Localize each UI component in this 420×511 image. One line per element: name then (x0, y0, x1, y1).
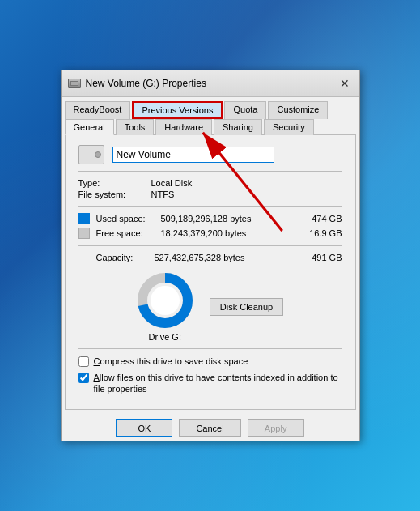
capacity-bytes: 527,432,675,328 bytes (155, 253, 298, 262)
tab-readyboost[interactable]: ReadyBoost (65, 101, 131, 119)
used-bytes: 509,189,296,128 bytes (161, 214, 291, 224)
tab-previous-versions[interactable]: Previous Versions (132, 101, 223, 119)
tab-customize[interactable]: Customize (268, 101, 328, 119)
free-color-box (78, 228, 90, 239)
index-label: Allow files on this drive to have conten… (94, 372, 342, 395)
drive-icon (68, 79, 81, 88)
compress-checkbox-row: Compress this drive to save disk space (78, 356, 342, 367)
volume-row (78, 145, 342, 164)
donut-section: Drive G: Disk Cleanup (78, 272, 342, 342)
drive-label: Drive G: (149, 332, 181, 342)
separator-3 (78, 245, 342, 246)
checkbox-section: Compress this drive to save disk space A… (78, 356, 342, 395)
capacity-row: Capacity: 527,432,675,328 bytes 491 GB (96, 253, 342, 262)
svg-point-2 (151, 286, 180, 315)
type-row: Type: Local Disk (78, 178, 342, 188)
separator-1 (78, 171, 342, 172)
capacity-gb: 491 GB (298, 253, 342, 262)
filesystem-label: File system: (78, 189, 151, 199)
tab-row-2: General Tools Hardware Sharing Security (65, 118, 356, 134)
properties-dialog: New Volume (G:) Properties ✕ ReadyBoost … (61, 70, 360, 442)
filesystem-value: NTFS (151, 189, 175, 199)
ok-button[interactable]: OK (116, 419, 172, 437)
hdd-icon (78, 145, 104, 164)
tab-quota[interactable]: Quota (224, 101, 266, 119)
cancel-button[interactable]: Cancel (179, 419, 240, 437)
separator-4 (78, 348, 342, 349)
title-bar-left: New Volume (G:) Properties (68, 78, 206, 89)
tab-container-row1: ReadyBoost Previous Versions Quota Custo… (62, 97, 359, 118)
donut-chart (137, 272, 193, 329)
volume-name-input[interactable] (112, 147, 274, 163)
type-value: Local Disk (151, 178, 193, 188)
filesystem-row: File system: NTFS (78, 189, 342, 199)
compress-label: Compress this drive to save disk space (94, 356, 248, 367)
tab-general[interactable]: General (65, 119, 114, 135)
close-button[interactable]: ✕ (337, 75, 353, 92)
free-space-row: Free space: 18,243,379,200 bytes 16.9 GB (78, 228, 342, 239)
compress-checkbox[interactable] (78, 356, 89, 367)
capacity-label: Capacity: (96, 253, 155, 262)
disk-cleanup-button[interactable]: Disk Cleanup (210, 298, 283, 316)
index-checkbox-row: Allow files on this drive to have conten… (78, 372, 342, 395)
tab-hardware[interactable]: Hardware (155, 119, 212, 135)
free-label: Free space: (96, 228, 155, 238)
free-bytes: 18,243,379,200 bytes (161, 228, 291, 238)
used-label: Used space: (96, 214, 155, 224)
apply-button: Apply (248, 419, 304, 437)
used-gb: 474 GB (298, 214, 342, 224)
free-gb: 16.9 GB (298, 228, 342, 238)
tab-tools[interactable]: Tools (116, 119, 155, 135)
content-area: Type: Local Disk File system: NTFS Used … (65, 135, 356, 411)
used-color-box (78, 213, 90, 224)
button-row: OK Cancel Apply (62, 413, 359, 441)
tab-sharing[interactable]: Sharing (214, 119, 262, 135)
separator-2 (78, 206, 342, 207)
space-section: Used space: 509,189,296,128 bytes 474 GB… (78, 213, 342, 239)
type-label: Type: (78, 178, 151, 188)
tab-row-1: ReadyBoost Previous Versions Quota Custo… (65, 100, 356, 118)
donut-container: Drive G: (137, 272, 193, 342)
index-checkbox[interactable] (78, 373, 89, 383)
tab-container-row2: General Tools Hardware Sharing Security (62, 118, 359, 135)
window-title: New Volume (G:) Properties (86, 78, 206, 89)
tab-security[interactable]: Security (264, 119, 314, 135)
title-bar: New Volume (G:) Properties ✕ (62, 70, 359, 97)
used-space-row: Used space: 509,189,296,128 bytes 474 GB (78, 213, 342, 224)
